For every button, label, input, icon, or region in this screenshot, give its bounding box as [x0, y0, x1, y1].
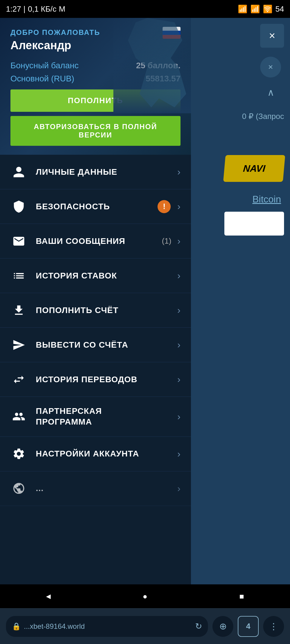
player-figure [116, 18, 191, 107]
group-icon [10, 408, 27, 425]
menu-label-deposit: ПОПОЛНИТЬ СЧЁТ [36, 306, 174, 315]
list-icon [10, 267, 27, 284]
time-display: 1:27 [6, 4, 21, 14]
more-icon [10, 480, 27, 497]
security-alert-badge: ! [158, 200, 171, 213]
add-tab-button[interactable]: ⊕ [212, 616, 233, 637]
menu-label-account-settings: НАСТРОЙКИ АККАУНТА [36, 449, 174, 459]
menu-item-bet-history[interactable]: ИСТОРИЯ СТАВОК › [0, 258, 191, 293]
android-nav-bar: ◄ ● ■ [0, 584, 290, 608]
menu-label-security: БЕЗОПАСНОСТЬ [36, 202, 158, 211]
plus-icon: ⊕ [219, 621, 227, 631]
menu-label-bet-history: ИСТОРИЯ СТАВОК [36, 271, 174, 281]
network-speed: 0,1 КБ/с [28, 4, 56, 14]
url-text: ...xbet-89164.world [24, 622, 192, 631]
chevron-deposit: › [177, 305, 181, 316]
nav-back-button[interactable]: ◄ [36, 587, 60, 605]
chevron-more: › [177, 483, 181, 494]
chevron-personal-data: › [177, 166, 181, 177]
chevron-messages: › [177, 236, 181, 247]
main-balance-label: Основной (RUB) [10, 74, 74, 83]
lock-icon: 🔒 [12, 622, 21, 631]
menu-dots-button[interactable]: ⋮ [263, 616, 284, 637]
request-text: 0 ₽ (Запрос [236, 109, 290, 124]
gear-icon [10, 446, 27, 462]
menu-overlay: ДОБРО ПОЖАЛОВАТЬ Александр Бонусный бала… [0, 18, 191, 608]
menu-label-withdraw: ВЫВЕСТИ СО СЧЁТА [36, 340, 174, 350]
menu-item-more[interactable]: ... › [0, 471, 191, 506]
menu-label-transfer-history: ИСТОРИЯ ПЕРЕВОДОВ [36, 375, 174, 384]
menu-list: ЛИЧНЫЕ ДАННЫЕ › БЕЗОПАСНОСТЬ ! › ВАШИ СО… [0, 155, 191, 608]
browser-bar: 🔒 ...xbet-89164.world ↻ ⊕ 4 ⋮ [0, 608, 290, 644]
menu-label-more: ... [36, 484, 174, 493]
full-version-button[interactable]: АВТОРИЗОВАТЬСЯ В ПОЛНОЙ ВЕРСИИ [10, 116, 181, 146]
menu-label-personal-data: ЛИЧНЫЕ ДАННЫЕ [36, 167, 174, 177]
carrier-icon: М [59, 4, 65, 14]
menu-item-personal-data[interactable]: ЛИЧНЫЕ ДАННЫЕ › [0, 155, 191, 189]
chevron-transfer-history: › [177, 374, 181, 385]
exchange-icon [10, 371, 27, 388]
menu-item-deposit[interactable]: ПОПОЛНИТЬ СЧЁТ › [0, 293, 191, 328]
user-header: ДОБРО ПОЖАЛОВАТЬ Александр Бонусный бала… [0, 18, 191, 155]
share-icon [10, 337, 27, 353]
status-bar: 1:27 | 0,1 КБ/с М 📶 📶 🛜 54 [0, 0, 290, 18]
messages-count-badge: (1) [162, 236, 172, 246]
person-icon [10, 164, 27, 180]
menu-item-messages[interactable]: ВАШИ СООБЩЕНИЯ (1) › [0, 224, 191, 258]
nav-recents-button[interactable]: ■ [230, 587, 254, 605]
speed-display: | [24, 4, 26, 14]
reload-icon[interactable]: ↻ [195, 621, 202, 631]
battery-display: 54 [275, 4, 284, 14]
chevron-up-button[interactable]: ∧ [260, 83, 281, 101]
navi-logo: NAVI [223, 155, 285, 182]
dots-icon: ⋮ [269, 621, 278, 631]
status-right: 📶 📶 🛜 54 [238, 4, 284, 14]
player-silhouette [113, 18, 191, 113]
right-panel: × × ∧ 0 ₽ (Запрос NAVI Bitcoin [189, 18, 290, 608]
menu-item-transfer-history[interactable]: ИСТОРИЯ ПЕРЕВОДОВ › [0, 362, 191, 397]
menu-item-security[interactable]: БЕЗОПАСНОСТЬ ! › [0, 189, 191, 224]
menu-item-withdraw[interactable]: ВЫВЕСТИ СО СЧЁТА › [0, 328, 191, 362]
menu-item-account-settings[interactable]: НАСТРОЙКИ АККАУНТА › [0, 437, 191, 471]
status-left: 1:27 | 0,1 КБ/с М [6, 4, 65, 14]
menu-label-messages: ВАШИ СООБЩЕНИЯ [36, 236, 162, 246]
envelope-icon [10, 233, 27, 249]
tab-count-button[interactable]: 4 [238, 616, 259, 637]
chevron-security: › [177, 201, 181, 212]
chevron-bet-history: › [177, 270, 181, 281]
url-bar[interactable]: 🔒 ...xbet-89164.world ↻ [6, 616, 208, 637]
chevron-account-settings: › [177, 448, 181, 459]
wifi-icon: 🛜 [263, 4, 272, 14]
menu-item-partner-program[interactable]: ПАРТНЕРСКАЯПРОГРАММА › [0, 397, 191, 437]
menu-label-partner-program: ПАРТНЕРСКАЯПРОГРАММА [36, 406, 174, 428]
bitcoin-text[interactable]: Bitcoin [252, 194, 281, 205]
close-button-top[interactable]: × [260, 24, 284, 48]
shield-icon [10, 198, 27, 215]
bonus-balance-label: Бонусный баланс [10, 61, 78, 70]
chevron-withdraw: › [177, 339, 181, 350]
chevron-partner-program: › [177, 411, 181, 422]
nav-home-button[interactable]: ● [133, 587, 157, 605]
signal-icon: 📶 [238, 4, 247, 14]
right-input-field[interactable] [224, 212, 284, 236]
close-button-circle[interactable]: × [260, 57, 281, 78]
download-icon [10, 302, 27, 318]
signal-icon-2: 📶 [250, 4, 260, 14]
